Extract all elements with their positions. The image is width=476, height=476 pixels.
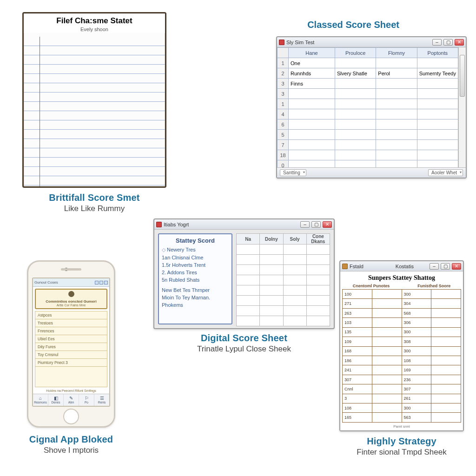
grid-cell[interactable] bbox=[283, 306, 306, 316]
grid-cell[interactable] bbox=[283, 316, 306, 326]
table-row[interactable]: 2 Runnhds Slvery Shatle Perol Sumernty T… bbox=[278, 68, 458, 79]
grid-cell[interactable] bbox=[260, 245, 283, 255]
cell[interactable] bbox=[335, 130, 376, 140]
close-button[interactable]: ✕ bbox=[452, 263, 461, 270]
status-right-select[interactable]: Aooler Whet bbox=[428, 169, 463, 176]
phone-list-item[interactable]: Astpces bbox=[35, 311, 107, 319]
grid-cell[interactable] bbox=[260, 265, 283, 275]
cell[interactable] bbox=[417, 119, 458, 130]
home-button[interactable] bbox=[63, 409, 79, 424]
panel-item[interactable]: 1an Clnisnai Clme bbox=[162, 254, 229, 261]
cell[interactable]: Sumernty Teedy bbox=[417, 68, 458, 79]
cell[interactable] bbox=[335, 99, 376, 109]
panel-item[interactable]: Mioin To Tey Marnan. bbox=[162, 294, 229, 301]
cell[interactable] bbox=[376, 160, 417, 168]
grid-cell[interactable] bbox=[237, 245, 260, 255]
grid-cell[interactable] bbox=[237, 265, 260, 275]
cell[interactable]: Finns bbox=[289, 79, 335, 89]
table-row[interactable]: 3 Finns bbox=[278, 79, 458, 89]
cell[interactable] bbox=[335, 89, 376, 99]
cell[interactable] bbox=[417, 140, 458, 150]
grid-cell[interactable] bbox=[306, 255, 330, 265]
grid-cell[interactable] bbox=[306, 306, 330, 316]
panel-item[interactable]: Phokems bbox=[162, 301, 229, 309]
grid-row[interactable] bbox=[237, 296, 330, 306]
panel-item[interactable]: New Bet Tes Thrnper bbox=[162, 286, 229, 294]
phone-tab[interactable]: ☰Renis bbox=[94, 394, 109, 406]
cell[interactable] bbox=[417, 160, 458, 168]
cell[interactable] bbox=[417, 58, 458, 68]
cell[interactable] bbox=[376, 130, 417, 140]
minimize-button[interactable]: – bbox=[432, 39, 442, 46]
grid-cell[interactable] bbox=[237, 296, 260, 306]
phone-list[interactable]: AstpcesTrestoesFnrencesUbiel EesDity Fur… bbox=[35, 311, 107, 387]
cell[interactable] bbox=[289, 160, 335, 168]
cell[interactable] bbox=[376, 140, 417, 150]
header-hane[interactable]: Hane bbox=[289, 48, 335, 58]
cell[interactable]: Runnhds bbox=[289, 68, 335, 79]
table-row[interactable]: 3 bbox=[278, 89, 458, 99]
cell[interactable] bbox=[335, 109, 376, 119]
status-left-select[interactable]: Santting bbox=[280, 169, 306, 176]
phone-tab[interactable]: ◧Denes bbox=[48, 394, 64, 406]
grid-cell[interactable] bbox=[260, 296, 283, 306]
cell[interactable]: Slvery Shatle bbox=[335, 68, 376, 79]
center-grid[interactable]: NaDolnySolyCone Dkans bbox=[236, 233, 330, 326]
grid-cell[interactable] bbox=[306, 316, 330, 326]
cell[interactable] bbox=[376, 89, 417, 99]
cell[interactable] bbox=[417, 99, 458, 109]
table-row[interactable]: 6 bbox=[278, 119, 458, 130]
grid-cell[interactable] bbox=[260, 255, 283, 265]
grid-cell[interactable] bbox=[283, 255, 306, 265]
grid-header[interactable]: Soly bbox=[283, 234, 306, 245]
grid-cell[interactable] bbox=[283, 275, 306, 285]
grid-cell[interactable] bbox=[283, 245, 306, 255]
grid-header[interactable]: Na bbox=[237, 234, 260, 245]
grid-cell[interactable] bbox=[283, 296, 306, 306]
grid-row[interactable] bbox=[237, 285, 330, 296]
grid-cell[interactable] bbox=[260, 306, 283, 316]
cell[interactable] bbox=[376, 79, 417, 89]
maximize-button[interactable]: ▢ bbox=[441, 263, 450, 270]
cell[interactable]: Perol bbox=[376, 68, 417, 79]
grid-cell[interactable] bbox=[283, 265, 306, 275]
cell[interactable] bbox=[417, 89, 458, 99]
cell[interactable] bbox=[289, 89, 335, 99]
phone-list-item[interactable]: Dity Fures bbox=[35, 343, 107, 351]
cell[interactable] bbox=[335, 150, 376, 160]
phone-list-item[interactable]: Piumtory Pnect 3 bbox=[35, 359, 107, 367]
grid-cell[interactable] bbox=[237, 275, 260, 285]
grid-row[interactable] bbox=[237, 275, 330, 285]
cell[interactable]: One bbox=[289, 58, 335, 68]
spreadsheet-titlebar[interactable]: Sly Sim Test – ▢ ✕ bbox=[277, 37, 466, 47]
cell[interactable] bbox=[417, 130, 458, 140]
phone-tab[interactable]: ✎Alim bbox=[64, 394, 79, 406]
cell[interactable] bbox=[335, 58, 376, 68]
center-titlebar[interactable]: Itiabs Yogrt – ▢ ✕ bbox=[154, 219, 334, 230]
table-row[interactable]: 1 bbox=[278, 99, 458, 109]
table-row[interactable]: 4 bbox=[278, 109, 458, 119]
cell[interactable] bbox=[289, 140, 335, 150]
grid-cell[interactable] bbox=[260, 316, 283, 326]
cell[interactable] bbox=[289, 150, 335, 160]
cell[interactable] bbox=[289, 130, 335, 140]
grid-header[interactable]: Cone Dkans bbox=[306, 234, 330, 245]
panel-item[interactable]: 1.5r Hohverts Trent bbox=[162, 261, 229, 269]
cell[interactable] bbox=[335, 140, 376, 150]
phone-tab[interactable]: ⚐Po bbox=[79, 394, 94, 406]
grid-cell[interactable] bbox=[237, 306, 260, 316]
table-row[interactable]: 1 One bbox=[278, 58, 458, 68]
grid-row[interactable] bbox=[237, 255, 330, 265]
phone-list-item[interactable]: Trestoes bbox=[35, 319, 107, 327]
cell[interactable] bbox=[376, 58, 417, 68]
grid-cell[interactable] bbox=[306, 285, 330, 296]
grid-header[interactable]: Dolny bbox=[260, 234, 283, 245]
grid-cell[interactable] bbox=[237, 255, 260, 265]
cell[interactable] bbox=[335, 79, 376, 89]
table-row[interactable]: 7 bbox=[278, 140, 458, 150]
header-prouloce[interactable]: Prouloce bbox=[335, 48, 376, 58]
grid-cell[interactable] bbox=[306, 265, 330, 275]
cell[interactable] bbox=[335, 160, 376, 168]
minimize-button[interactable]: – bbox=[430, 263, 439, 270]
close-button[interactable]: ✕ bbox=[455, 39, 464, 46]
